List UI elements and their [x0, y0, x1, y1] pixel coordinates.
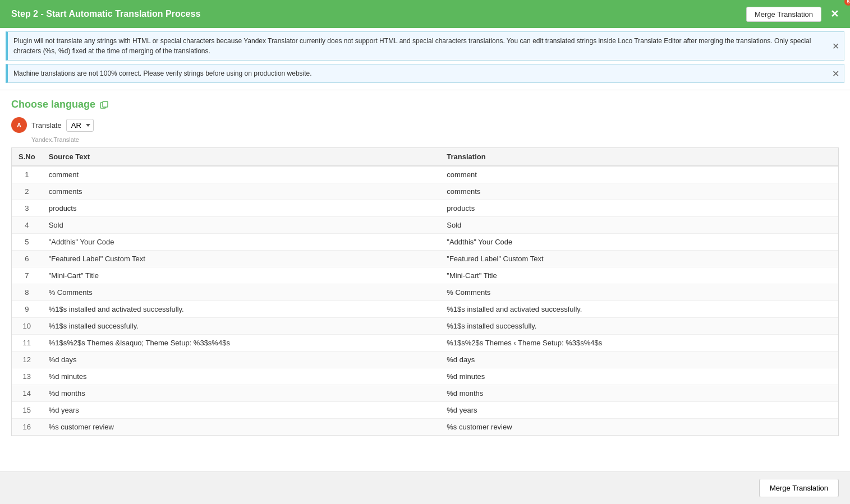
cell-source: "Mini-Cart" Title — [42, 267, 440, 284]
translation-table: S.No Source Text Translation 1commentcom… — [12, 148, 838, 436]
cell-sno: 12 — [12, 352, 42, 368]
table-row: 1commentcomment — [12, 166, 838, 183]
cell-source: Sold — [42, 217, 440, 234]
cell-sno: 10 — [12, 318, 42, 335]
yandex-label: Yandex.Translate — [31, 136, 839, 143]
translate-label: Translate — [31, 121, 62, 130]
table-row: 12%d days%d days — [12, 352, 838, 368]
cell-sno: 6 — [12, 251, 42, 267]
translation-table-container: S.No Source Text Translation 1commentcom… — [11, 147, 839, 436]
col-sno: S.No — [12, 148, 42, 166]
header: Step 2 - Start Automatic Translation Pro… — [0, 0, 850, 28]
cell-source: % Comments — [42, 284, 440, 301]
cell-sno: 1 — [12, 166, 42, 183]
cell-translation: comments — [440, 183, 838, 200]
notice-2: Machine translations are not 100% correc… — [6, 64, 844, 83]
cell-translation: Sold — [440, 217, 838, 234]
table-row: 10%1$s installed successfully.%1$s insta… — [12, 318, 838, 335]
cell-translation: %d minutes — [440, 368, 838, 385]
cell-sno: 15 — [12, 402, 42, 419]
cell-sno: 3 — [12, 200, 42, 217]
choose-language-title: Choose language — [11, 99, 839, 110]
cell-sno: 9 — [12, 301, 42, 318]
cell-source: comments — [42, 183, 440, 200]
cell-translation: products — [440, 200, 838, 217]
cell-source: "Addthis" Your Code — [42, 234, 440, 251]
table-row: 16%s customer review%s customer review — [12, 419, 838, 436]
cell-translation: comment — [440, 166, 838, 183]
cell-source: %s customer review — [42, 419, 440, 436]
close-button-top[interactable]: ✕ — [830, 8, 839, 20]
cell-source: products — [42, 200, 440, 217]
copy-icon[interactable] — [100, 101, 109, 109]
notice-area: Plugin will not translate any strings wi… — [0, 28, 850, 90]
cell-sno: 5 — [12, 234, 42, 251]
merge-translation-button-top[interactable]: Merge Translation — [746, 7, 821, 22]
table-row: 8% Comments% Comments — [12, 284, 838, 301]
cell-translation: % Comments — [440, 284, 838, 301]
merge-translation-button-bottom[interactable]: Merge Translation — [759, 479, 839, 497]
cell-source: %d days — [42, 352, 440, 368]
cell-source: %d months — [42, 385, 440, 402]
cell-translation: "Mini-Cart" Title — [440, 267, 838, 284]
cell-translation: "Featured Label" Custom Text — [440, 251, 838, 267]
cell-sno: 14 — [12, 385, 42, 402]
cell-translation: %1$s installed and activated successfull… — [440, 301, 838, 318]
table-row: 7"Mini-Cart" Title"Mini-Cart" Title — [12, 267, 838, 284]
cell-source: comment — [42, 166, 440, 183]
dismiss-notice-1-button[interactable]: ✕ — [832, 41, 839, 52]
table-row: 11%1$s%2$s Themes &lsaquo; Theme Setup: … — [12, 335, 838, 352]
table-row: 13%d minutes%d minutes — [12, 368, 838, 385]
cell-translation: %1$s installed successfully. — [440, 318, 838, 335]
col-source: Source Text — [42, 148, 440, 166]
cell-translation: "Addthis" Your Code — [440, 234, 838, 251]
cell-source: %1$s installed and activated successfull… — [42, 301, 440, 318]
cell-source: %d minutes — [42, 368, 440, 385]
cell-sno: 16 — [12, 419, 42, 436]
cell-sno: 13 — [12, 368, 42, 385]
cell-sno: 11 — [12, 335, 42, 352]
table-row: 6"Featured Label" Custom Text"Featured L… — [12, 251, 838, 267]
page-title: Step 2 - Start Automatic Translation Pro… — [11, 9, 200, 19]
table-row: 14%d months%d months — [12, 385, 838, 402]
cell-translation: %1$s%2$s Themes ‹ Theme Setup: %3$s%4$s — [440, 335, 838, 352]
avatar: A 5 — [11, 117, 27, 133]
table-body: 1commentcomment2commentscomments3product… — [12, 166, 838, 436]
cell-translation: %s customer review — [440, 419, 838, 436]
cell-sno: 2 — [12, 183, 42, 200]
svg-rect-1 — [103, 101, 108, 107]
translate-row: A 5 Translate AR — [11, 117, 839, 133]
table-row: 4SoldSold — [12, 217, 838, 234]
footer: Merge Translation — [0, 471, 850, 504]
table-row: 3productsproducts — [12, 200, 838, 217]
cell-sno: 8 — [12, 284, 42, 301]
cell-sno: 4 — [12, 217, 42, 234]
table-row: 9%1$s installed and activated successful… — [12, 301, 838, 318]
cell-source: %1$s%2$s Themes &lsaquo; Theme Setup: %3… — [42, 335, 440, 352]
table-header-row: S.No Source Text Translation — [12, 148, 838, 166]
table-row: 5"Addthis" Your Code"Addthis" Your Code — [12, 234, 838, 251]
cell-source: "Featured Label" Custom Text — [42, 251, 440, 267]
content-area: Choose language A 5 Translate AR Yandex.… — [0, 90, 850, 471]
language-select[interactable]: AR — [66, 119, 94, 132]
cell-source: %1$s installed successfully. — [42, 318, 440, 335]
notice-1: Plugin will not translate any strings wi… — [6, 31, 844, 61]
cell-source: %d years — [42, 402, 440, 419]
cell-translation: %d days — [440, 352, 838, 368]
cell-translation: %d years — [440, 402, 838, 419]
table-row: 2commentscomments — [12, 183, 838, 200]
cell-translation: %d months — [440, 385, 838, 402]
table-row: 15%d years%d years — [12, 402, 838, 419]
col-translation: Translation — [440, 148, 838, 166]
cell-sno: 7 — [12, 267, 42, 284]
dismiss-notice-2-button[interactable]: ✕ — [832, 68, 839, 79]
